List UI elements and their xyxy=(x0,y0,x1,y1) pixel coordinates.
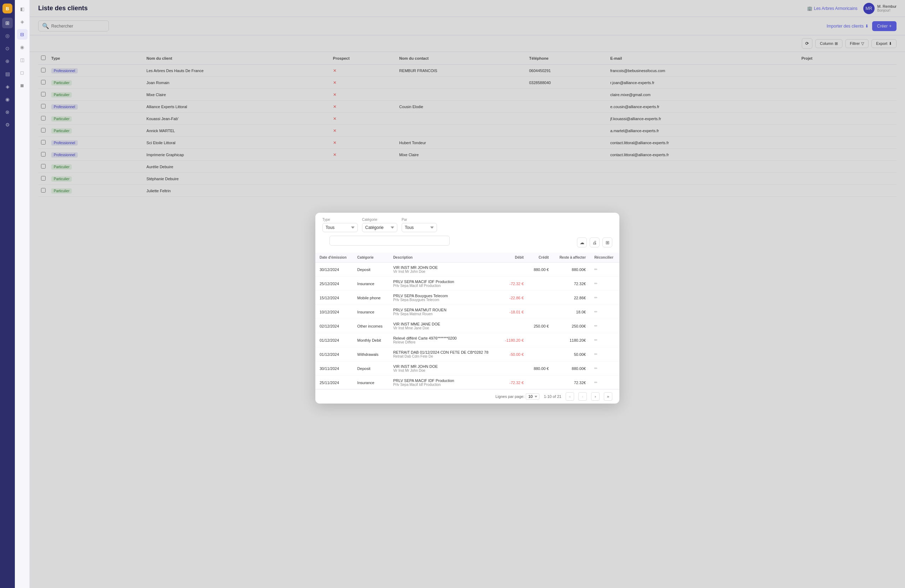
panel-col-date: Date d'émission xyxy=(315,253,353,263)
panel-row-categorie: Insurance xyxy=(353,305,389,319)
panel-tbody: 30/12/2024 Deposit VIR INST MR JOHN DOE … xyxy=(315,263,619,390)
sec-icon-5[interactable]: ◫ xyxy=(17,54,28,65)
filter-type-label: Type xyxy=(322,218,358,222)
overlay-background[interactable]: Type Tous Catégorie Catégorie Par Tous xyxy=(30,0,905,588)
panel-table: Date d'émission Catégorie Description Dé… xyxy=(315,253,619,389)
panel-row-debit: -1180.20 € xyxy=(499,333,528,347)
sidebar-icon-nav2[interactable]: ⊙ xyxy=(2,43,13,54)
filter-categorie-select[interactable]: Catégorie xyxy=(362,223,397,232)
sidebar-icon-nav3[interactable]: ⊕ xyxy=(2,56,13,67)
filter-par-select[interactable]: Tous xyxy=(402,223,437,232)
reconcile-edit-icon[interactable]: ✏ xyxy=(594,380,597,385)
reconcile-edit-icon[interactable]: ✏ xyxy=(594,338,597,342)
sidebar-secondary: ◧ ◈ ⊟ ◉ ◫ ◻ ◼ xyxy=(15,0,30,588)
panel-row-reste: 880.00€ xyxy=(553,263,590,277)
desc-sub: Releve Differe xyxy=(393,340,495,344)
reconcile-edit-icon[interactable]: ✏ xyxy=(594,281,597,285)
rows-per-page: Lignes par page: 10 xyxy=(495,393,540,399)
reconcile-edit-icon[interactable]: ✏ xyxy=(594,366,597,370)
sidebar-icon-nav6[interactable]: ◉ xyxy=(2,94,13,105)
sidebar-icon-home[interactable]: ⊞ xyxy=(2,17,13,28)
desc-sub: Prlv Sepa Matmut Rouen xyxy=(393,312,495,316)
panel-row-categorie: Insurance xyxy=(353,376,389,390)
panel-actions: ☁ 🖨 ⊞ xyxy=(577,238,612,247)
panel-row-description: PRLV SEPA MACIF IDF Production Prlv Sepa… xyxy=(389,376,499,390)
sec-icon-1[interactable]: ◧ xyxy=(17,3,28,14)
reconcile-edit-icon[interactable]: ✏ xyxy=(594,267,597,271)
panel-table-row[interactable]: 25/12/2024 Insurance PRLV SEPA MACIF IDF… xyxy=(315,277,619,291)
panel-row-reconcilier: ✏ xyxy=(590,376,619,390)
panel-row-reconcilier: ✏ xyxy=(590,347,619,361)
panel-table-row[interactable]: 10/12/2024 Insurance PRLV SEPA MATMUT RO… xyxy=(315,305,619,319)
panel-row-reconcilier: ✏ xyxy=(590,319,619,333)
reconcile-edit-icon[interactable]: ✏ xyxy=(594,295,597,300)
panel-table-row[interactable]: 15/12/2024 Mobile phone PRLV SEPA Bouygu… xyxy=(315,291,619,305)
desc-main: Relevé différé Carte 4976*******0200 xyxy=(393,336,495,340)
debit-amount: -72.32 € xyxy=(510,282,524,286)
panel-row-credit: 880.00 € xyxy=(528,263,553,277)
panel-col-reste: Reste à affecter xyxy=(553,253,590,263)
credit-amount: 880.00 € xyxy=(534,268,549,272)
sidebar-icon-settings[interactable]: ⚙ xyxy=(2,119,13,130)
panel-table-row[interactable]: 25/11/2024 Insurance PRLV SEPA MACIF IDF… xyxy=(315,376,619,390)
panel-row-description: Relevé différé Carte 4976*******0200 Rel… xyxy=(389,333,499,347)
panel-table-row[interactable]: 30/11/2024 Deposit VIR INST MR JOHN DOE … xyxy=(315,361,619,376)
sidebar-icon-nav5[interactable]: ◈ xyxy=(2,81,13,92)
sec-icon-3[interactable]: ⊟ xyxy=(17,29,28,40)
rows-per-page-select[interactable]: 10 xyxy=(526,393,540,399)
sidebar-icon-nav7[interactable]: ⊗ xyxy=(2,107,13,117)
reconcile-edit-icon[interactable]: ✏ xyxy=(594,309,597,314)
pagination-last-button[interactable]: » xyxy=(604,392,612,401)
panel-toolbar: Type Tous Catégorie Catégorie Par Tous xyxy=(315,213,619,236)
transaction-panel: Type Tous Catégorie Catégorie Par Tous xyxy=(315,213,619,404)
grid-icon-button[interactable]: ⊞ xyxy=(602,238,612,247)
panel-search-input[interactable] xyxy=(329,236,450,246)
panel-row-debit xyxy=(499,263,528,277)
panel-row-description: VIR INST MR JOHN DOE Vir Inst Mr John Do… xyxy=(389,263,499,277)
desc-main: VIR INST MR JOHN DOE xyxy=(393,265,495,269)
panel-row-date: 30/11/2024 xyxy=(315,361,353,376)
panel-row-debit: -72.32 € xyxy=(499,277,528,291)
desc-main: RETRAIT DAB 01/12/2024 CDN FETE DE CB*02… xyxy=(393,350,495,354)
panel-table-row[interactable]: 01/12/2024 Withdrawals RETRAIT DAB 01/12… xyxy=(315,347,619,361)
sec-icon-4[interactable]: ◉ xyxy=(17,42,28,52)
sec-icon-6[interactable]: ◻ xyxy=(17,67,28,78)
reconcile-edit-icon[interactable]: ✏ xyxy=(594,352,597,356)
panel-row-date: 30/12/2024 xyxy=(315,263,353,277)
panel-row-reconcilier: ✏ xyxy=(590,291,619,305)
desc-sub: Vir Inst Mme Jane Doe xyxy=(393,326,495,330)
panel-table-row[interactable]: 01/12/2024 Monthly Debit Relevé différé … xyxy=(315,333,619,347)
pagination-next-button[interactable]: › xyxy=(591,392,600,401)
panel-row-categorie: Insurance xyxy=(353,277,389,291)
sec-icon-2[interactable]: ◈ xyxy=(17,16,28,27)
desc-main: PRLV SEPA MACIF IDF Production xyxy=(393,379,495,383)
pagination-first-button[interactable]: « xyxy=(566,392,574,401)
panel-row-categorie: Withdrawals xyxy=(353,347,389,361)
panel-table-row[interactable]: 30/12/2024 Deposit VIR INST MR JOHN DOE … xyxy=(315,263,619,277)
desc-sub: Prlv Sepa Macif Idf Production xyxy=(393,383,495,387)
cloud-icon-button[interactable]: ☁ xyxy=(577,238,587,247)
sec-icon-7[interactable]: ◼ xyxy=(17,80,28,90)
panel-row-credit xyxy=(528,376,553,390)
desc-sub: Retrait Dab Cdm Fete De xyxy=(393,354,495,358)
debit-amount: -18.01 € xyxy=(510,310,524,314)
panel-row-reconcilier: ✏ xyxy=(590,361,619,376)
debit-amount: -72.32 € xyxy=(510,380,524,385)
sidebar-icon-nav1[interactable]: ◎ xyxy=(2,30,13,41)
panel-row-debit: -50.00 € xyxy=(499,347,528,361)
pagination-prev-button[interactable]: ‹ xyxy=(578,392,587,401)
main-content: Liste des clients 🏢 Les Arbres Armoricai… xyxy=(30,0,905,588)
filter-type-select[interactable]: Tous xyxy=(322,223,358,232)
panel-row-date: 01/12/2024 xyxy=(315,347,353,361)
lignes-par-page-label: Lignes par page: xyxy=(495,395,525,399)
panel-row-reste: 72.32€ xyxy=(553,376,590,390)
print-icon-button[interactable]: 🖨 xyxy=(590,238,600,247)
reconcile-edit-icon[interactable]: ✏ xyxy=(594,324,597,328)
panel-table-row[interactable]: 02/12/2024 Other incomes VIR INST MME JA… xyxy=(315,319,619,333)
panel-row-reste: 22.86€ xyxy=(553,291,590,305)
app-logo[interactable]: B xyxy=(3,3,13,13)
panel-row-date: 15/12/2024 xyxy=(315,291,353,305)
sidebar-icon-nav4[interactable]: ▤ xyxy=(2,68,13,79)
panel-row-reste: 1180.20€ xyxy=(553,333,590,347)
filter-categorie-group: Catégorie Catégorie xyxy=(362,218,397,232)
